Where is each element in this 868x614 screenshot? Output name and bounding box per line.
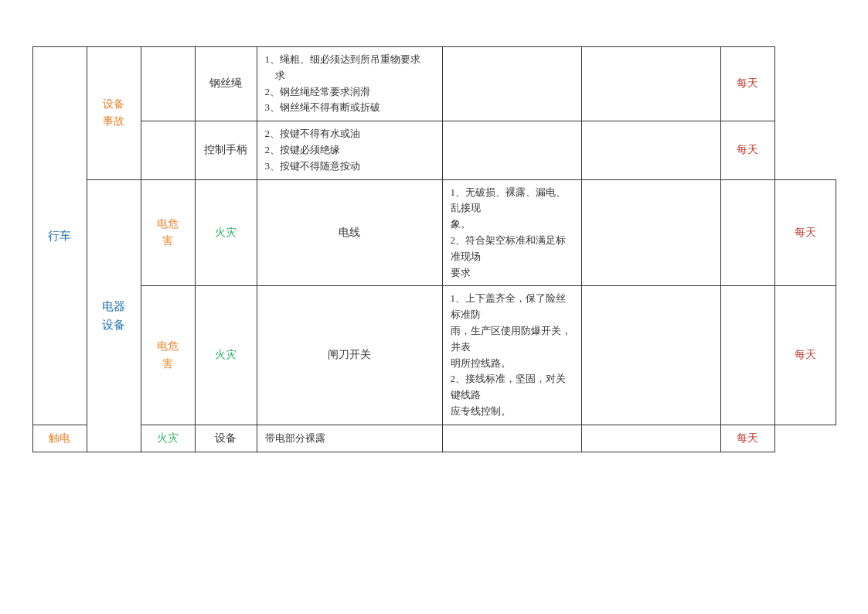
table-row: 电器设备 电危害 火灾 电线 1、无破损、裸露、漏电、乱接现象。2、符合架空标准… (32, 179, 836, 286)
content-zhadaokaiguan: 1、上下盖齐全，保了险丝标准防雨，生产区使用防爆开关，并表明所控线路。2、接线标… (442, 286, 581, 425)
content-shebei: 带电部分裸露 (257, 425, 442, 452)
main-category-xingche: 行车 (32, 47, 87, 425)
part-kongzhishoubing: 控制手柄 (195, 121, 257, 179)
empty-col-8 (720, 286, 774, 425)
part-shebei: 设备 (195, 425, 257, 452)
hazard-shebei-1: 设备事故 (87, 47, 141, 180)
content-gangsisheng: 1、绳粗、细必须达到所吊重物要求 求2、钢丝绳经常要求润滑3、钢丝绳不得有断或折… (257, 47, 442, 121)
freq-5: 每天 (720, 425, 774, 452)
hazard-dianhaihai-1: 电危害 (141, 179, 195, 286)
empty-col-7 (581, 286, 720, 425)
type-huozai-2: 火灾 (195, 286, 257, 425)
empty-col-5 (581, 179, 720, 286)
hazard-dianhaihai-2: 电危害 (141, 286, 195, 425)
empty-col-10 (581, 425, 720, 452)
freq-2: 每天 (720, 121, 774, 179)
table-row: 电危害 火灾 闸刀开关 1、上下盖齐全，保了险丝标准防雨，生产区使用防爆开关，并… (32, 286, 836, 425)
freq-4: 每天 (774, 286, 836, 425)
empty-col-1 (442, 47, 581, 121)
freq-3: 每天 (774, 179, 836, 286)
content-kongzhishoubing: 2、按键不得有水或油2、按键必须绝缘3、按键不得随意按动 (257, 121, 442, 179)
table-row: 控制手柄 2、按键不得有水或油2、按键必须绝缘3、按键不得随意按动 每天 (32, 121, 836, 179)
hazard-chudian: 触电 (32, 425, 87, 452)
type-huozai-3: 火灾 (141, 425, 195, 452)
type-empty-1 (141, 47, 195, 121)
empty-col-2 (581, 47, 720, 121)
table-row: 触电 火灾 设备 带电部分裸露 每天 (32, 425, 836, 452)
table-row: 行车 设备事故 钢丝绳 1、绳粗、细必须达到所吊重物要求 求2、钢丝绳经常要求润… (32, 47, 836, 121)
part-dianxian: 电线 (257, 179, 442, 286)
type-empty-2 (141, 121, 195, 179)
empty-col-4 (581, 121, 720, 179)
safety-table: 行车 设备事故 钢丝绳 1、绳粗、细必须达到所吊重物要求 求2、钢丝绳经常要求润… (32, 46, 836, 452)
main-category-dianqi: 电器设备 (87, 179, 141, 452)
empty-col-3 (442, 121, 581, 179)
content-dianxian: 1、无破损、裸露、漏电、乱接现象。2、符合架空标准和满足标准现场要求 (442, 179, 581, 286)
freq-1: 每天 (720, 47, 774, 121)
type-huozai-1: 火灾 (195, 179, 257, 286)
part-gangsisheng: 钢丝绳 (195, 47, 257, 121)
empty-col-9 (442, 425, 581, 452)
part-zhadaokaiguan: 闸刀开关 (257, 286, 442, 425)
empty-col-6 (720, 179, 774, 286)
main-table-wrapper: 行车 设备事故 钢丝绳 1、绳粗、细必须达到所吊重物要求 求2、钢丝绳经常要求润… (32, 46, 836, 452)
